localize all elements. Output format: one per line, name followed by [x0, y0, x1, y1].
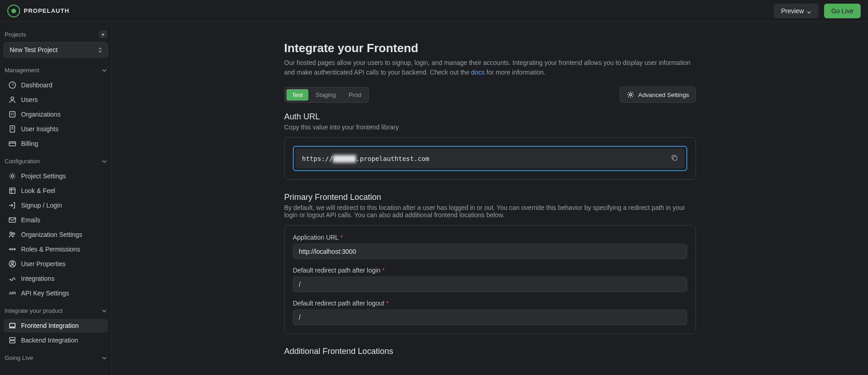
sidebar-item-api-key-settings[interactable]: API API Key Settings — [4, 286, 108, 300]
go-live-label: Go Live — [831, 7, 853, 15]
sidebar-item-frontend-integration[interactable]: Frontend Integration — [4, 319, 108, 332]
chevron-down-icon — [102, 159, 107, 164]
logout-redirect-label: Default redirect path after logout * — [293, 300, 687, 307]
adv-settings-label: Advanced Settings — [638, 91, 689, 98]
sidebar-item-dashboard[interactable]: Dashboard — [4, 78, 108, 92]
sidebar-item-user-properties[interactable]: User Properties — [4, 257, 108, 271]
org-settings-icon — [8, 230, 16, 239]
section-label: Management — [5, 67, 39, 74]
env-tab-test[interactable]: Test — [286, 89, 308, 101]
app-url-label: Application URL * — [293, 234, 687, 241]
docs-link[interactable]: docs — [471, 69, 485, 76]
auth-url-value: https://██████.propelauthtest.com — [302, 155, 429, 162]
nav-label: Organizations — [21, 111, 60, 118]
add-project-button[interactable]: + — [99, 30, 107, 38]
auth-url-field[interactable]: https://██████.propelauthtest.com — [296, 149, 685, 168]
configuration-title[interactable]: Configuration — [4, 155, 108, 167]
sidebar-item-organization-settings[interactable]: Organization Settings — [4, 228, 108, 241]
project-selector[interactable]: New Test Project — [4, 42, 108, 58]
nav-label: Look & Feel — [21, 187, 55, 194]
login-redirect-label: Default redirect path after login * — [293, 267, 687, 274]
auth-url-card: https://██████.propelauthtest.com — [284, 137, 696, 180]
sidebar-item-look-feel[interactable]: Look & Feel — [4, 184, 108, 198]
sidebar-item-roles-permissions[interactable]: Roles & Permissions — [4, 242, 108, 256]
go-live-button[interactable]: Go Live — [824, 4, 861, 18]
updown-icon — [98, 48, 102, 53]
logout-redirect-input[interactable] — [293, 310, 687, 325]
url-prefix: https:// — [302, 155, 333, 162]
users-icon — [8, 96, 16, 104]
svg-point-12 — [14, 249, 16, 250]
laptop-icon — [8, 321, 16, 330]
sidebar-item-project-settings[interactable]: Project Settings — [4, 169, 108, 183]
svg-rect-16 — [10, 338, 15, 340]
mail-icon — [8, 216, 16, 224]
sidebar-item-user-insights[interactable]: User Insights — [4, 122, 108, 136]
svg-point-18 — [629, 94, 631, 96]
integrations-icon — [8, 274, 16, 283]
svg-rect-17 — [10, 341, 15, 343]
organizations-icon — [8, 110, 16, 118]
required-marker: * — [386, 300, 388, 307]
server-icon — [8, 336, 16, 344]
preview-button[interactable]: Preview — [774, 4, 819, 18]
sidebar: Projects + New Test Project Management D… — [0, 22, 112, 375]
brand-name: PROPELAUTH — [24, 7, 70, 14]
nav-label: Billing — [21, 140, 38, 147]
copy-icon[interactable] — [671, 154, 678, 163]
label-text: Default redirect path after login — [293, 267, 380, 274]
env-tab-staging[interactable]: Staging — [310, 89, 341, 101]
app-url-group: Application URL * — [293, 234, 687, 259]
chevron-down-icon — [102, 308, 107, 314]
nav-section-configuration: Configuration Project Settings Look & Fe… — [4, 155, 108, 300]
preview-label: Preview — [781, 7, 804, 15]
app-url-input[interactable] — [293, 244, 687, 259]
roles-icon — [8, 245, 16, 253]
label-text: Application URL — [293, 234, 339, 241]
projects-label: Projects — [5, 31, 26, 38]
login-redirect-input[interactable] — [293, 277, 687, 292]
sidebar-item-emails[interactable]: Emails — [4, 213, 108, 227]
projects-header: Projects + — [4, 28, 108, 42]
nav-label: User Properties — [21, 260, 65, 268]
nav-label: API Key Settings — [21, 289, 69, 297]
going-live-title[interactable]: Going Live — [4, 352, 108, 364]
nav-label: Integrations — [21, 275, 54, 282]
gear-icon — [8, 172, 16, 180]
palette-icon — [8, 187, 16, 195]
auth-url-desc: Copy this value into your frontend libra… — [284, 123, 696, 131]
sidebar-item-signup-login[interactable]: Signup / Login — [4, 198, 108, 212]
management-title[interactable]: Management — [4, 64, 108, 76]
sidebar-item-backend-integration[interactable]: Backend Integration — [4, 333, 108, 347]
nav-section-integrate: Integrate your product Frontend Integrat… — [4, 305, 108, 347]
sidebar-item-billing[interactable]: Billing — [4, 137, 108, 150]
advanced-settings-button[interactable]: Advanced Settings — [620, 86, 696, 103]
nav-label: Frontend Integration — [21, 322, 79, 329]
integrate-title[interactable]: Integrate your product — [4, 305, 108, 317]
main-content: Integrate your Frontend Our hosted pages… — [112, 22, 868, 375]
nav-label: Dashboard — [21, 81, 53, 89]
brand-logo[interactable]: PROPELAUTH — [7, 5, 70, 17]
url-blurred: ██████ — [333, 155, 356, 162]
sidebar-item-users[interactable]: Users — [4, 93, 108, 107]
env-tab-prod[interactable]: Prod — [343, 89, 367, 101]
nav-section-going-live: Going Live — [4, 352, 108, 364]
desc-post: for more information. — [485, 69, 545, 76]
svg-point-14 — [11, 262, 14, 264]
svg-point-5 — [11, 175, 14, 177]
environment-tabs: Test Staging Prod — [284, 87, 369, 103]
primary-location-card: Application URL * Default redirect path … — [284, 225, 696, 334]
app-header: PROPELAUTH Preview Go Live — [0, 0, 868, 22]
section-label: Going Live — [5, 354, 33, 361]
toolbar: Test Staging Prod Advanced Settings — [284, 86, 696, 103]
sidebar-item-integrations[interactable]: Integrations — [4, 272, 108, 285]
layout: Projects + New Test Project Management D… — [0, 22, 868, 375]
section-label: Configuration — [5, 158, 40, 165]
sidebar-item-organizations[interactable]: Organizations — [4, 107, 108, 121]
svg-rect-2 — [10, 112, 15, 117]
required-marker: * — [340, 234, 343, 241]
page-title: Integrate your Frontend — [284, 41, 696, 55]
primary-location-title: Primary Frontend Location — [284, 193, 696, 202]
user-props-icon — [8, 260, 16, 268]
logo-icon — [7, 5, 20, 17]
